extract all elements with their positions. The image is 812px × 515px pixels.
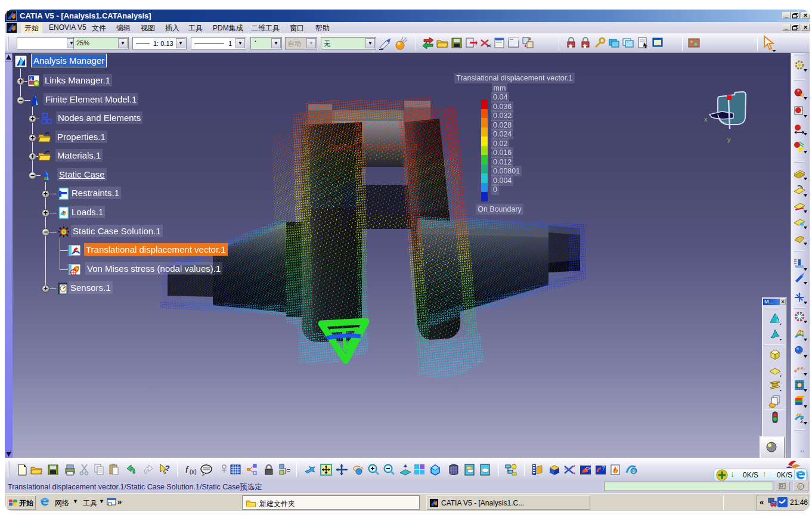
svg-text:}=: }= bbox=[284, 467, 290, 474]
svg-text:(x): (x) bbox=[190, 469, 197, 475]
svg-text:z: z bbox=[724, 120, 727, 126]
svg-text:x: x bbox=[704, 116, 708, 123]
svg-text:?: ? bbox=[602, 465, 605, 471]
svg-text:i: i bbox=[799, 484, 801, 489]
svg-text:1: 0.13: 1: 0.13 bbox=[153, 40, 173, 47]
svg-text:4: 4 bbox=[30, 77, 32, 81]
svg-text:f: f bbox=[185, 464, 189, 474]
svg-text:1: 1 bbox=[228, 40, 232, 47]
svg-text:y: y bbox=[727, 136, 731, 143]
svg-text:Σ: Σ bbox=[633, 469, 636, 474]
svg-text:CH: CH bbox=[585, 467, 591, 471]
svg-text:?: ? bbox=[165, 464, 170, 473]
